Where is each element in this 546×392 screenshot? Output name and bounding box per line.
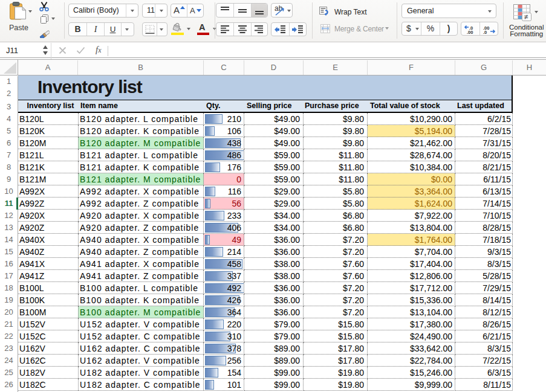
svg-text:≠: ≠ <box>524 13 528 21</box>
svg-text:.00: .00 <box>467 30 473 34</box>
svg-text:.0: .0 <box>483 30 487 34</box>
